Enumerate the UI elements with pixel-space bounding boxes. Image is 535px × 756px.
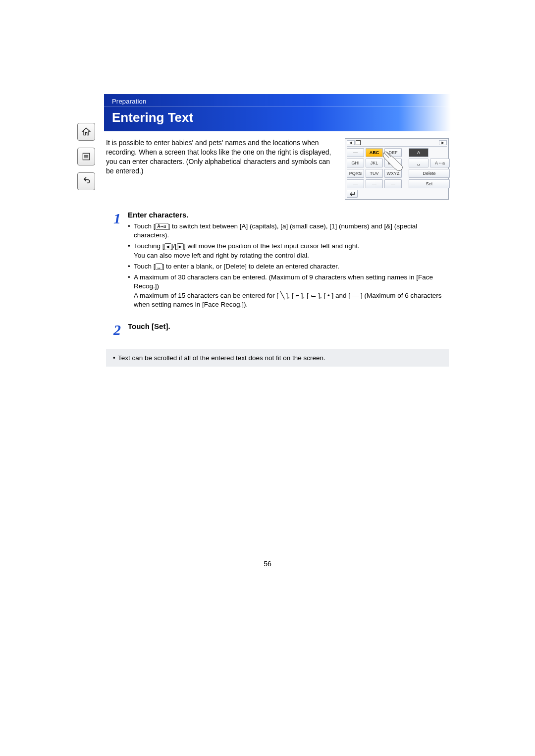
step-number: 2 [106,322,121,336]
step-number: 1 [106,211,121,311]
breadcrumb: Preparation [104,94,451,107]
note-box: •Text can be scrolled if all of the ente… [106,349,449,367]
keypad-key: — [366,179,383,188]
page-number: 56 [0,560,535,568]
keypad-key: GHI [347,159,364,167]
case-switch-icon: A↔a [156,223,168,230]
keypad-illustration: ◄ ► — ABC DEF A GHI JKL MNO [345,138,449,200]
list-icon [81,152,91,162]
cursor-left-icon: ◄ [347,140,355,145]
keypad-key: — [347,179,364,188]
keypad-key: WXYZ [384,169,402,178]
step-title: Enter characters. [128,211,449,219]
step-bullets: Touch [A↔a] to switch text between [A] (… [128,222,449,309]
keypad-delete-key: Delete [409,169,450,178]
bullet: Touch [A↔a] to switch text between [A] (… [128,222,449,240]
return-icon [349,191,355,196]
cursor-right-icon: ► [439,140,447,145]
nav-sidebar [74,123,98,190]
step-title: Touch [Set]. [128,322,449,330]
contents-button[interactable] [77,148,95,165]
step-1: 1 Enter characters. Touch [A↔a] to switc… [106,211,449,311]
keypad-key: DEF [384,148,402,157]
back-button[interactable] [77,172,95,190]
blank-icon: ␣ [156,263,162,270]
keypad-key: JKL [366,159,383,167]
keypad-set-key: Set [409,179,450,188]
home-icon [81,127,91,137]
keypad-return-key [347,190,358,198]
step-2: 2 Touch [Set]. [106,322,449,336]
keypad-key: TUV [366,169,383,178]
bullet: Touch [␣] to enter a blank, or [Delete] … [128,262,449,271]
keypad-space-key: ␣ [409,159,428,167]
keypad-key: — [347,148,364,157]
note-text: Text can be scrolled if all of the enter… [118,354,325,362]
keypad-key: MNO [384,159,402,167]
bullet: Touching [◀]/[▶] will move the position … [128,242,449,260]
keypad-key: — [384,179,402,188]
bullet: A maximum of 30 characters can be entere… [128,273,449,309]
cursor-left-btn-icon: ◀ [164,243,171,250]
home-button[interactable] [77,123,95,141]
keypad-key: PQRS [347,169,364,178]
back-icon [81,176,91,186]
intro-paragraph: It is possible to enter babies' and pets… [106,138,336,176]
page-content: Preparation Entering Text It is possible… [104,94,451,367]
keypad-key-selected: ABC [366,148,383,157]
page-title: Entering Text [104,107,451,131]
keypad-case-key: A↔a [430,159,450,167]
section-header: Preparation Entering Text [104,94,451,131]
keypad-display: A [409,148,428,157]
cursor-right-btn-icon: ▶ [177,243,184,250]
